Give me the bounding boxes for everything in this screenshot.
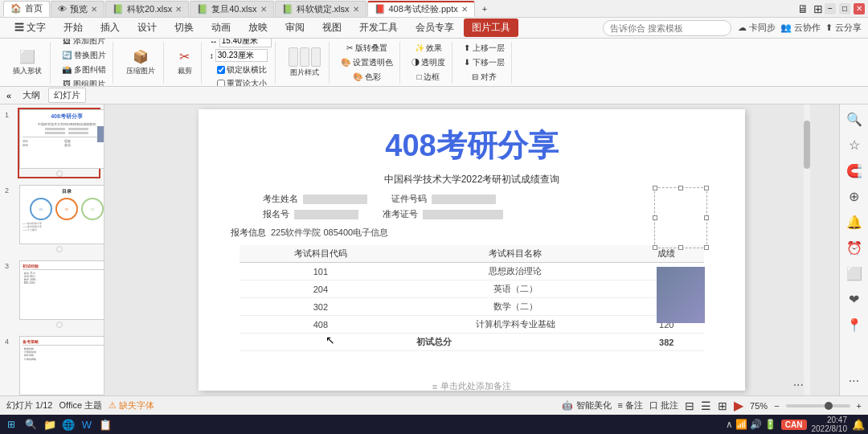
align-btn[interactable]: ⊟ 对齐 [469,71,500,84]
ribbon-tab-start[interactable]: 开始 [55,18,91,37]
can-badge: CAN [781,420,807,430]
send-back-btn[interactable]: ⬇ 下移一层 [461,56,508,69]
width-input[interactable] [219,39,272,47]
col-name: 考试科目名称 [402,245,629,263]
right-icon-star[interactable]: ☆ [843,133,866,156]
ai-beautify-btn[interactable]: 🤖 智能美化 [562,399,611,411]
reset-size-checkbox[interactable] [217,80,225,87]
taskbar-file-icon[interactable]: 📁 [42,416,58,432]
view-grid-btn[interactable]: ⊞ [718,399,727,412]
tab-preview[interactable]: 👁 预览 ✕ [51,1,104,17]
ribbon-tab-member[interactable]: 会员专享 [407,18,462,37]
slides-tab[interactable]: 幻灯片 [48,88,86,103]
taskbar-search-button[interactable]: 🔍 [23,418,39,431]
replace-image-button[interactable]: 🔄 替换图片 [59,49,109,62]
zoom-slider[interactable] [786,404,850,407]
start-button[interactable]: ⊞ [3,416,19,432]
group-btn[interactable]: ⊞ 组合 [469,39,500,40]
tab-file2-close[interactable]: ✕ [260,5,267,14]
ribbon-tab-picture[interactable]: 图片工具 [464,18,518,37]
ribbon-tab-view[interactable]: 视图 [314,18,350,37]
battery-icon[interactable]: 🔋 [764,419,776,430]
right-icon-magnet[interactable]: 🧲 [843,159,866,182]
taskbar-app-icon[interactable]: 📋 [97,416,113,432]
insert-shape-button[interactable]: ⬜ 插入形状 [8,47,47,78]
ribbon-tab-animation[interactable]: 动画 [203,18,239,37]
zoom-thumb[interactable] [825,402,833,410]
vertical-scrollbar[interactable] [804,104,810,395]
slide-thumb-3[interactable]: 3 初试经验 · 政治: 71分 · 英语: 80分 · 数学: 109分 · … [18,259,100,330]
right-icon-search[interactable]: 🔍 [843,108,866,130]
zoom-minus-btn[interactable]: − [774,401,779,411]
picture-style-button[interactable]: 图片样式 [284,46,326,80]
add-image-button[interactable]: 🖼 添加图片 [59,39,108,47]
ribbon-tab-transition[interactable]: 切换 [166,18,202,37]
tray-up-icon[interactable]: ∧ [726,419,733,430]
right-icon-heart[interactable]: ❤ [843,288,866,310]
tab-add[interactable]: + [476,1,493,17]
taskbar-browser-icon[interactable]: 🌐 [60,416,76,432]
maximize-button[interactable]: □ [839,3,850,14]
slide-thumb-1[interactable]: 1 408考研分享 中国科学技术大学2022考研初试成绩查询 [18,108,100,178]
transparency-btn[interactable]: ◑ 透明度 [408,56,449,69]
network-icon[interactable]: 📶 [735,419,747,430]
cutout-button[interactable]: ✂ 裁剪 [172,47,198,78]
volume-icon[interactable]: 🔊 [750,419,762,430]
collapse-panel-btn[interactable]: « [6,91,11,100]
comment-btn[interactable]: 口 批注 [649,399,678,411]
close-button[interactable]: ✕ [854,3,865,14]
view-outline-btn[interactable]: ☰ [701,399,711,412]
tab-file1[interactable]: 📗 科软20.xlsx ✕ [105,1,189,17]
scrollbar-thumb[interactable] [804,121,810,169]
multi-image-button[interactable]: 📸 多图纠错 [59,63,109,76]
ribbon-tab-slideshow[interactable]: 放映 [240,18,276,37]
slide-thumb-2[interactable]: 2 目录 01 02 03 ——初试经验分享 ——复试经验分享 ——个人建议 [18,183,100,254]
share-btn[interactable]: ⬆ 云分享 [825,22,862,34]
right-icon-bell[interactable]: 🔔 [843,211,866,233]
ribbon-tab-developer[interactable]: 开发工具 [351,18,406,37]
tab-file3-close[interactable]: ✕ [353,5,359,14]
color-btn[interactable]: 🎨 色彩 [350,71,384,84]
notes-btn[interactable]: ≡ 备注 [618,399,643,411]
notification-icon[interactable]: 🔔 [852,419,865,431]
transparent-btn[interactable]: 🎨 设置透明色 [338,56,396,69]
ribbon-tab-design[interactable]: 设计 [129,18,165,37]
ribbon-tab-insert[interactable]: 插入 [92,18,128,37]
compress-image-button[interactable]: 📦 压缩图片 [121,47,160,78]
bring-front-btn[interactable]: ⬆ 上移一层 [461,42,508,55]
right-icon-clock[interactable]: ⊕ [843,185,866,207]
effect-btn[interactable]: ✨ 效果 [411,42,446,55]
collab-btn[interactable]: 👥 云协作 [780,22,821,34]
right-icon-pin[interactable]: 📍 [843,313,866,336]
ribbon-tab-file[interactable]: ☰ 文字 [6,18,54,37]
right-icon-timer[interactable]: ⏰ [843,236,866,259]
border-btn[interactable]: □ 边框 [414,71,444,84]
taskbar-clock[interactable]: 20:47 2022/8/10 [812,416,848,433]
minimize-button[interactable]: − [825,3,836,14]
tab-file3[interactable]: 📗 科软锁定.xlsx ✕ [275,1,366,17]
taskbar-word-icon[interactable]: W [79,416,95,432]
crop-btn[interactable]: ✂ 版转叠置 [343,42,391,55]
height-input[interactable] [215,49,268,62]
right-icon-more[interactable]: ··· [843,370,866,392]
reset-size-btn[interactable]: 重置论大小 [214,77,270,87]
view-normal-btn[interactable]: ⊟ [685,399,694,412]
view-slide-btn[interactable]: ▶ [734,398,743,413]
tab-preview-close[interactable]: ✕ [91,5,97,14]
zoom-plus-btn[interactable]: + [857,401,862,411]
ribbon-tab-review[interactable]: 审阅 [277,18,313,37]
outline-tab[interactable]: 大纲 [18,88,45,102]
tab-file1-close[interactable]: ✕ [175,5,182,14]
tab-file2[interactable]: 📗 复旦40.xlsx ✕ [190,1,273,17]
right-icon-square[interactable]: ⬜ [843,262,866,285]
image-group-button[interactable]: 🖼 图组图片 [59,78,108,88]
lock-ratio-checkbox[interactable] [217,66,225,74]
more-options-canvas[interactable]: ··· [793,378,804,392]
tab-pptx-close[interactable]: ✕ [461,5,468,14]
slide-thumb-4[interactable]: 4 备考策略 · 数据结构 · 计算机组成 · 操作系统 · 计算机网络 [18,334,100,395]
sync-btn[interactable]: ☁ 卡同步 [738,22,776,34]
lock-ratio-btn[interactable]: 锁定纵横比 [214,63,270,76]
tab-pptx[interactable]: 📕 408考试经验.pptx ✕ [367,1,475,17]
search-input[interactable] [603,20,731,36]
tab-home[interactable]: 🏠 首页 [3,1,50,17]
